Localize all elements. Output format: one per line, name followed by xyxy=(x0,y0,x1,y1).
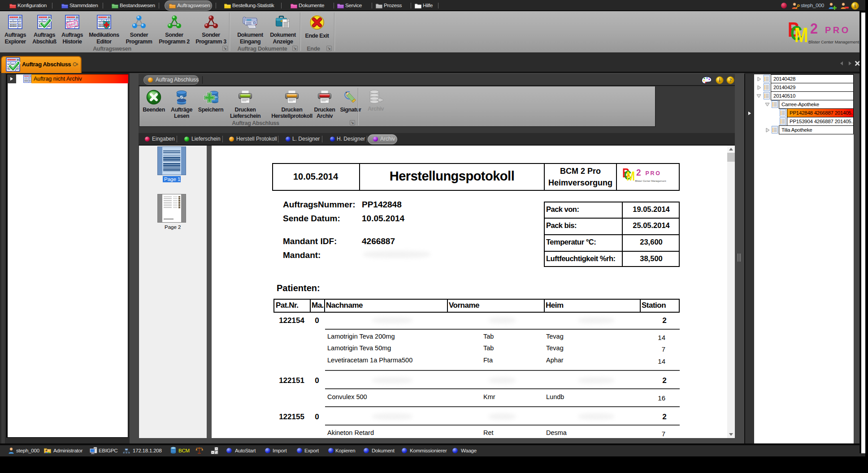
svg-text:?: ? xyxy=(729,77,732,83)
svg-text:i: i xyxy=(719,77,720,83)
svg-text:i: i xyxy=(854,3,856,9)
